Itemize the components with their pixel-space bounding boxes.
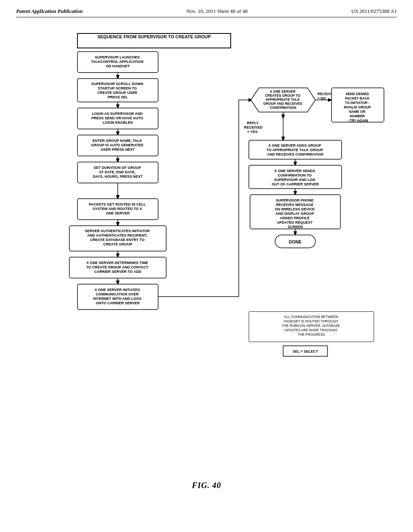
diagram-area: SEQUENCE FROM SUPERVISOR TO CREATE GROUP… xyxy=(16,29,397,473)
svg-text:SEL = SELECT: SEL = SELECT xyxy=(292,349,318,353)
patent-number: US 2011/0275388 A1 xyxy=(351,8,397,15)
svg-text:SET DURATION OF GROUP
        : SET DURATION OF GROUP ST DATE, END DATE,… xyxy=(93,166,143,179)
svg-text:DONE: DONE xyxy=(289,239,302,244)
svg-text:SUPERVISOR PHONE
        RECEI: SUPERVISOR PHONE RECEIVES MESSAGE ON WIR… xyxy=(275,198,316,229)
publication-label: Patent Application Publication xyxy=(16,8,83,15)
svg-text:SEQUENCE FROM SUPERVISOR TO CR: SEQUENCE FROM SUPERVISOR TO CREATE GROUP xyxy=(97,34,211,39)
svg-text:X ONE SERVER INITIATES
       : X ONE SERVER INITIATES COMMUNICATION OVE… xyxy=(93,288,143,305)
sheet-info: Nov. 10, 2011 Sheet 48 of 48 xyxy=(186,8,248,15)
svg-text:REPLY
        RECEIVED
       : REPLY RECEIVED = YES xyxy=(244,121,264,134)
svg-text:X ONE SERVER DETERMINES TIME
 : X ONE SERVER DETERMINES TIME TO CREATE G… xyxy=(86,261,150,274)
figure-caption: FIG. 40 xyxy=(16,481,397,490)
svg-text:X ONE SERVER SENDS
        CON: X ONE SERVER SENDS CONFIRMATION TO SUPER… xyxy=(272,169,319,186)
page: Patent Application Publication Nov. 10, … xyxy=(0,0,413,532)
flowchart-svg: SEQUENCE FROM SUPERVISOR TO CREATE GROUP… xyxy=(25,29,388,473)
page-header: Patent Application Publication Nov. 10, … xyxy=(16,8,397,17)
svg-text:X ONE SERVER ADDS GROUP
      : X ONE SERVER ADDS GROUP TO APPROPRIATE T… xyxy=(267,143,324,156)
